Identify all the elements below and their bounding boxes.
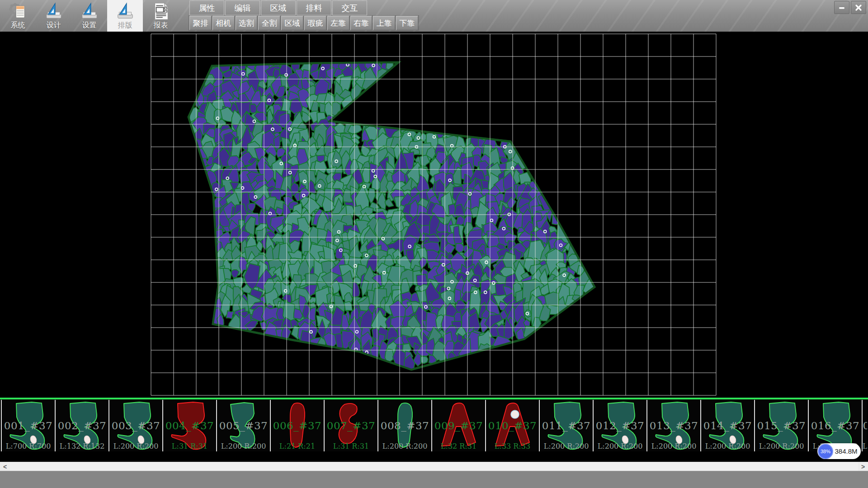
piece-count-label: L:200 R:200 [701,442,754,450]
piece-id-label: 013_#37 [647,420,700,432]
piece-count-label: L:700 R:700 [2,442,55,450]
horizontal-scrollbar[interactable]: < > [0,462,868,471]
piece-id-label: 016_#37 [809,420,862,432]
nesting-canvas[interactable] [0,32,868,397]
tool-相机[interactable]: 相机 [212,16,235,30]
close-icon [855,4,862,11]
menu-交互[interactable]: 交互 [332,0,367,15]
piece-thumbnail-014_#37[interactable]: 014_#37L:200 R:200 [701,400,755,451]
menu-排料[interactable]: 排料 [297,0,331,15]
minimize-button[interactable] [834,1,849,14]
piece-count-label: L:200 R:200 [755,442,808,450]
tool-左靠[interactable]: 左靠 [327,16,349,30]
piece-count-label: L:33 R:33 [486,442,539,450]
piece-id-label: 001_#37 [2,420,55,432]
tool-选割[interactable]: 选割 [236,16,258,30]
scroll-left-arrow[interactable]: < [0,462,10,471]
memory-usage-badge: 38% 384.8M [817,443,861,459]
piece-thumbnail-008_#37[interactable]: 008_#37L:200 R:200 [378,400,432,451]
settings-icon [80,0,99,21]
memory-percent-badge: 38% [818,444,833,459]
piece-thumbnail-strip: 001_#37L:700 R:700002_#37L:132 R:132003_… [0,397,868,462]
piece-id-label: 002_#37 [56,420,108,432]
tool-右靠[interactable]: 右靠 [350,16,373,30]
piece-thumbnail-0[interactable]: 0L:2 [863,400,867,451]
piece-thumbnail-003_#37[interactable]: 003_#37L:200 R:200 [109,400,163,451]
piece-thumbnail-009_#37[interactable]: 009_#37L:32 R:31 [432,400,486,451]
piece-id-label: 010_#37 [486,420,539,432]
piece-count-label: L:200 R:200 [540,442,593,450]
tool-瑕疵[interactable]: 瑕疵 [304,16,326,30]
piece-count-label: L:200 R:200 [594,442,646,450]
piece-thumbnail-011_#37[interactable]: 011_#37L:200 R:200 [540,400,594,451]
app-tab-bar: 系统设计设置排版报表 [0,0,179,32]
app-tab-label: 排版 [118,21,132,30]
piece-count-label: L:200 R:200 [378,442,431,450]
nested-pieces [189,48,595,376]
design-icon [44,0,63,21]
app-tab-报表[interactable]: 报表 [143,0,179,32]
tool-区域[interactable]: 区域 [281,16,303,30]
piece-thumbnail-012_#37[interactable]: 012_#37L:200 R:200 [594,400,647,451]
app-tab-label: 设计 [47,21,61,30]
piece-id-label: 015_#37 [755,420,808,432]
strip-top-border [0,398,868,399]
app-tab-label: 报表 [154,21,168,30]
piece-thumbnail-007_#37[interactable]: 007_#37L:31 R:31 [325,400,378,451]
piece-count-label: L:31 R:31 [163,442,216,450]
tool-聚排[interactable]: 聚排 [189,16,212,30]
piece-count-label: L:200 R:200 [217,442,270,450]
app-tab-设置[interactable]: 设置 [71,0,107,32]
app-tab-label: 设置 [82,21,97,30]
piece-id-label: 007_#37 [325,420,377,432]
piece-id-label: 008_#37 [378,420,431,432]
report-icon [151,0,170,21]
tool-bar: 聚排相机选割全割区域瑕疵左靠右靠上靠下靠 [189,15,419,31]
piece-thumbnail-002_#37[interactable]: 002_#37L:132 R:132 [56,400,109,451]
menu-编辑[interactable]: 编辑 [225,0,260,15]
piece-thumbnail-004_#37[interactable]: 004_#37L:31 R:31 [163,400,217,451]
piece-count-label: L:200 R:200 [647,442,700,450]
piece-thumbnail-list: 001_#37L:700 R:700002_#37L:132 R:132003_… [1,400,867,452]
tool-上靠[interactable]: 上靠 [373,16,395,30]
piece-id-label: 0 [863,420,867,432]
app-tab-label: 系统 [11,21,25,30]
menu-bar: 属性编辑区域排料交互 [189,0,368,15]
close-button[interactable] [851,1,866,14]
tool-全割[interactable]: 全割 [258,16,280,30]
scroll-right-arrow[interactable]: > [858,462,868,471]
memory-value-label: 384.8M [833,447,861,455]
app-tab-系统[interactable]: 系统 [0,0,36,32]
menu-属性[interactable]: 属性 [189,0,224,15]
app-tab-排版[interactable]: 排版 [107,0,143,32]
piece-id-label: 005_#37 [217,420,270,432]
piece-thumbnail-005_#37[interactable]: 005_#37L:200 R:200 [217,400,271,451]
window-controls [834,1,866,14]
piece-id-label: 004_#37 [163,420,216,432]
toolbar: 系统设计设置排版报表 属性编辑区域排料交互 聚排相机选割全割区域瑕疵左靠右靠上靠… [0,0,868,32]
layout-icon [116,0,135,21]
system-icon [9,0,28,21]
piece-thumbnail-006_#37[interactable]: 006_#37L:21 R:21 [271,400,325,451]
piece-count-label: L:32 R:31 [432,442,485,450]
piece-count-label: L:2 [863,442,867,450]
piece-count-label: L:21 R:21 [271,442,324,450]
nesting-drawing [0,32,868,397]
piece-thumbnail-010_#37[interactable]: 010_#37L:33 R:33 [486,400,540,451]
piece-thumbnail-001_#37[interactable]: 001_#37L:700 R:700 [1,400,56,451]
piece-id-label: 011_#37 [540,420,593,432]
piece-count-label: L:132 R:132 [56,442,108,450]
minimize-icon [838,4,845,11]
menu-区域[interactable]: 区域 [261,0,296,15]
piece-id-label: 009_#37 [432,420,485,432]
piece-thumbnail-013_#37[interactable]: 013_#37L:200 R:200 [647,400,701,451]
status-bar [0,471,868,488]
piece-id-label: 012_#37 [594,420,646,432]
piece-count-label: L:31 R:31 [325,442,377,450]
piece-count-label: L:200 R:200 [109,442,162,450]
piece-id-label: 003_#37 [109,420,162,432]
tool-下靠[interactable]: 下靠 [396,16,418,30]
piece-thumbnail-015_#37[interactable]: 015_#37L:200 R:200 [755,400,809,451]
app-tab-设计[interactable]: 设计 [36,0,71,32]
piece-id-label: 014_#37 [701,420,754,432]
